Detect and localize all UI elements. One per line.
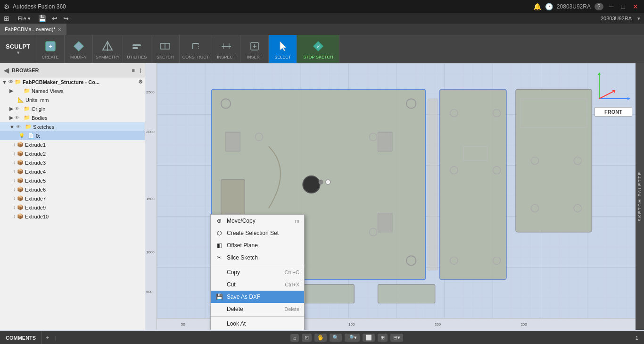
ctx-slice-sketch[interactable]: ✂ Slice Sketch — [211, 252, 304, 264]
browser-item-extrude3[interactable]: ↕ 📦 Extrude3 — [0, 158, 145, 167]
toolbar-sketch[interactable]: SKETCH — [151, 35, 180, 63]
active-tab[interactable]: FabPCBMa...overed)* ✕ — [0, 24, 66, 35]
browser-item-extrude5[interactable]: ↕ 📦 Extrude5 — [0, 176, 145, 185]
svg-point-32 — [303, 176, 320, 193]
ctx-save-as-dxf[interactable]: 💾 Save As DXF — [211, 291, 304, 303]
menu-undo[interactable]: ↩ — [49, 14, 60, 23]
browser-item-extrude4[interactable]: ↕ 📦 Extrude4 — [0, 167, 145, 176]
browser-item-extrude2[interactable]: ↕ 📦 Extrude2 — [0, 149, 145, 158]
toolbar-construct[interactable]: CONSTRUCT — [180, 35, 213, 63]
ctx-look-at[interactable]: Look At — [211, 318, 304, 330]
ctx-copy[interactable]: Copy Ctrl+C — [211, 266, 304, 278]
clock-icon[interactable]: 🕐 — [545, 3, 553, 10]
ctx-save-dxf-label: Save As DXF — [227, 294, 260, 300]
ctx-slice-sketch-label: Slice Sketch — [227, 254, 258, 261]
extrude2-move-icon: ↕ — [13, 151, 16, 156]
create-icon[interactable]: + — [43, 39, 58, 54]
sketch-icon[interactable] — [157, 39, 173, 54]
minimize-btn[interactable]: ─ — [607, 3, 616, 10]
user-label[interactable]: 20803U92RA — [557, 3, 591, 10]
browser-item-extrude7[interactable]: ↕ 📦 Extrude7 — [0, 194, 145, 203]
utilities-label: UTILITIES — [127, 55, 147, 59]
menu-user[interactable]: 20803U92RA — [601, 16, 632, 21]
front-label[interactable]: FRONT — [594, 107, 632, 117]
browser-item-bodies[interactable]: ▶ 👁 📁 Bodies — [0, 113, 145, 122]
extrude7-icon: 📦 — [17, 195, 24, 201]
bodies-eye[interactable]: 👁 — [15, 115, 22, 120]
menu-file[interactable]: File ▾ — [13, 15, 35, 23]
toolbar-stop-sketch[interactable]: ✓ STOP SKETCH — [297, 35, 339, 63]
nav-home-btn[interactable]: ⌂ — [290, 334, 299, 342]
menu-redo[interactable]: ↪ — [60, 14, 72, 23]
ctx-move-copy[interactable]: ⊕ Move/Copy m — [211, 215, 304, 227]
ctx-create-selection-set[interactable]: ⬡ Create Selection Set — [211, 227, 304, 239]
symmetry-icon[interactable] — [100, 39, 115, 54]
inspect-icon[interactable] — [219, 39, 234, 54]
browser-item-units[interactable]: 📐 Units: mm — [0, 95, 145, 104]
viewport[interactable]: 2500 2000 1500 1000 500 50 100 150 200 2… — [145, 63, 644, 330]
nav-fit-btn[interactable]: ⊡ — [302, 334, 312, 342]
browser-pin-btn[interactable]: | — [140, 67, 141, 73]
utilities-icon[interactable] — [129, 39, 144, 54]
nav-view-btn[interactable]: ⊞ — [378, 334, 388, 342]
ctx-offset-plane[interactable]: ◧ Offset Plane — [211, 239, 304, 252]
comments-label[interactable]: COMMENTS — [0, 331, 42, 344]
ctx-delete[interactable]: Delete Delete — [211, 303, 304, 315]
nav-orbit-btn[interactable]: 🖐 — [314, 334, 327, 342]
notification-icon[interactable]: 🔔 — [533, 3, 541, 10]
browser-root[interactable]: ▼ 👁 📁 FabPCBMaker_Structure - Co... ⚙ — [0, 77, 145, 86]
select-icon[interactable] — [275, 39, 290, 54]
browser-item-extrude9[interactable]: ↕ 📦 Extrude9 — [0, 203, 145, 212]
view-cube-area[interactable]: FRONT — [594, 68, 632, 117]
toolbar-create[interactable]: + CREATE — [36, 35, 65, 63]
sketches-eye[interactable]: 👁 — [16, 124, 24, 129]
toolbar-modify[interactable]: MODIFY — [65, 35, 93, 63]
view-cube[interactable] — [594, 68, 632, 106]
browser-item-extrude10[interactable]: ↕ 📦 Extrude10 — [0, 212, 145, 221]
browser-item-sketch-0[interactable]: 💡 📄 0: — [0, 131, 145, 140]
close-btn[interactable]: ✕ — [631, 3, 640, 10]
svg-rect-59 — [428, 99, 438, 270]
toolbar-utilities[interactable]: UTILITIES — [123, 35, 151, 63]
extrude2-label: Extrude2 — [25, 151, 46, 157]
statusbar-expand[interactable]: + — [42, 335, 53, 341]
browser-item-named-views[interactable]: ▶ 📁 Named Views — [0, 86, 145, 95]
help-btn[interactable]: ? — [594, 3, 603, 10]
browser-options-btn[interactable]: ≡ — [132, 67, 135, 73]
origin-eye[interactable]: 👁 — [15, 106, 22, 111]
toolbar-insert[interactable]: INSERT — [240, 35, 269, 63]
sculpt-mode-btn[interactable]: SCULPT ▾ — [0, 35, 36, 63]
toolbar-symmetry[interactable]: SYMMETRY — [93, 35, 123, 63]
menu-save[interactable]: 💾 — [35, 14, 49, 23]
origin-label: Origin — [32, 106, 45, 112]
maximize-btn[interactable]: □ — [619, 3, 627, 10]
menu-grid-icon[interactable]: ⊞ — [0, 15, 13, 22]
stop-sketch-icon[interactable]: ✓ — [311, 39, 326, 54]
app-title: Autodesk Fusion 360 — [13, 3, 66, 10]
root-eye-icon[interactable]: 👁 — [8, 79, 13, 84]
browser-collapse-btn[interactable]: ◀ — [4, 67, 9, 74]
svg-marker-64 — [598, 72, 601, 75]
nav-zoom-btn[interactable]: 🔍 — [330, 334, 342, 342]
origin-arrow: ▶ — [9, 106, 13, 112]
construct-icon[interactable] — [188, 39, 203, 54]
browser-item-origin[interactable]: ▶ 👁 📁 Origin — [0, 104, 145, 113]
toolbar-inspect[interactable]: INSPECT — [212, 35, 240, 63]
nav-grid-btn[interactable]: ⬜ — [363, 334, 375, 342]
nav-display-btn[interactable]: ⊟▾ — [390, 334, 403, 342]
nav-pan-btn[interactable]: 🔎▾ — [345, 334, 360, 342]
browser-item-extrude6[interactable]: ↕ 📦 Extrude6 — [0, 185, 145, 194]
inspect-icons — [219, 39, 234, 54]
browser-item-sketches[interactable]: ▼ 👁 📁 Sketches — [0, 122, 145, 131]
root-settings-icon[interactable]: ⚙ — [138, 79, 143, 85]
browser-item-extrude1[interactable]: ↕ 📦 Extrude1 — [0, 140, 145, 149]
ctx-cut[interactable]: Cut Ctrl+X — [211, 278, 304, 291]
toolbar-select[interactable]: SELECT — [269, 35, 297, 63]
sketch0-eye[interactable]: 💡 — [19, 133, 26, 138]
tab-close-icon[interactable]: ✕ — [58, 27, 61, 32]
menu-dropdown[interactable]: ▾ — [637, 16, 640, 22]
sketch-palette-toggle[interactable]: SKETCH PALETTE — [636, 63, 644, 330]
insert-icon[interactable] — [247, 39, 262, 54]
modify-icon[interactable] — [71, 39, 86, 54]
ruler-mark-1500: 1500 — [146, 197, 155, 201]
